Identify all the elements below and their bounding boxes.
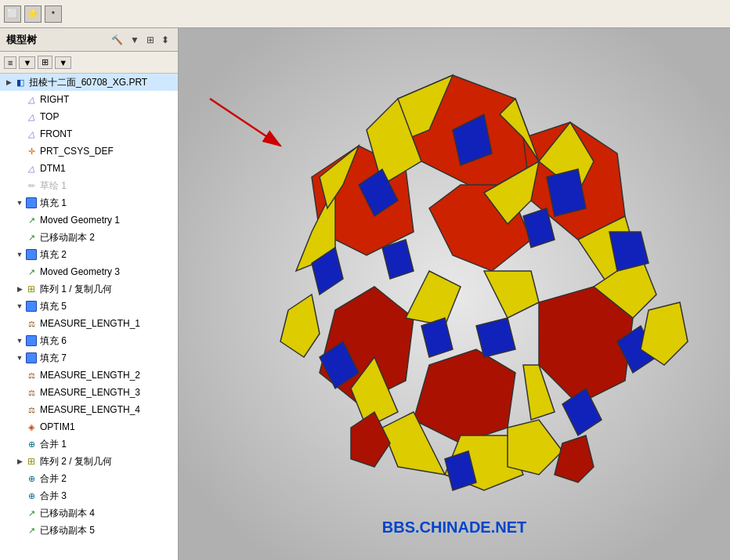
sidebar-tool-4[interactable]: ▼ xyxy=(55,56,71,69)
item-label-moved1: Moved Geometry 1 xyxy=(40,215,120,226)
tree-item-sketch1[interactable]: ✏ 草绘 1 xyxy=(0,177,178,194)
item-icon-merge2: ⊕ xyxy=(25,472,38,485)
tree-item-moved4[interactable]: ↗ 已移动副本 4 xyxy=(0,504,178,522)
tree-item-merge3[interactable]: ⊕ 合并 3 xyxy=(0,487,178,504)
item-label-measure2: MEASURE_LENGTH_2 xyxy=(40,370,140,381)
tree-item-csys[interactable]: ✛ PRT_CSYS_DEF xyxy=(0,143,178,160)
tree-item-moved5[interactable]: ↗ 已移动副本 5 xyxy=(0,522,178,539)
expand-icon-moved5 xyxy=(14,525,25,536)
tree-item-optim1[interactable]: ◈ OPTIM1 xyxy=(0,418,178,435)
item-icon-fill6 xyxy=(25,334,38,347)
tree-item-top[interactable]: △ TOP xyxy=(0,108,178,125)
item-label-fill7: 填充 7 xyxy=(40,352,67,365)
tree-item-measure1[interactable]: ⚖ MEASURE_LENGTH_1 xyxy=(0,315,178,332)
tree-item-moved1[interactable]: ↗ Moved Geometry 1 xyxy=(0,211,178,229)
tree-item-moved2[interactable]: ↗ 已移动副本 2 xyxy=(0,229,178,246)
item-label-top: TOP xyxy=(40,111,59,122)
item-label-moved5: 已移动副本 5 xyxy=(40,524,95,537)
svg-marker-25 xyxy=(547,169,586,216)
expand-icon-measure2 xyxy=(14,370,25,381)
expand-icon-optim1 xyxy=(14,421,25,432)
item-icon-top: △ xyxy=(25,110,38,123)
toolbar-icon-1[interactable]: ⬜ xyxy=(4,5,21,23)
sidebar: 模型树 🔨 ▼ ⊞ ⬍ ≡ ▼ ⊞ ▼ ▶ ◧ 扭棱十二面_60708_XG.P… xyxy=(0,28,179,560)
header-icon-hammer[interactable]: 🔨 xyxy=(109,34,125,46)
expand-icon-merge2 xyxy=(14,473,25,484)
item-icon-moved1: ↗ xyxy=(25,214,38,226)
item-icon-array1: ⊞ xyxy=(25,283,38,295)
toolbar-icon-3[interactable]: * xyxy=(45,5,62,23)
sidebar-tool-2[interactable]: ▼ xyxy=(19,56,35,69)
header-icon-grid[interactable]: ⊞ xyxy=(144,34,157,46)
tree-item-measure4[interactable]: ⚖ MEASURE_LENGTH_4 xyxy=(0,401,178,418)
tree-item-merge1[interactable]: ⊕ 合并 1 xyxy=(0,435,178,453)
item-label-array1: 阵列 1 / 复制几何 xyxy=(40,283,112,296)
viewport-svg xyxy=(179,28,730,560)
item-label-right: RIGHT xyxy=(40,94,69,105)
expand-icon-measure3 xyxy=(14,387,25,398)
header-icon-scroll[interactable]: ⬍ xyxy=(159,34,172,46)
tree-item-fill6[interactable]: ▼ 填充 6 xyxy=(0,332,178,349)
sidebar-tool-3[interactable]: ⊞ xyxy=(38,56,52,69)
expand-icon-sketch1 xyxy=(14,180,25,191)
item-label-measure4: MEASURE_LENGTH_4 xyxy=(40,404,140,415)
sidebar-tool-1[interactable]: ≡ xyxy=(4,56,16,69)
expand-icon-moved2 xyxy=(14,232,25,243)
expand-icon-root: ▶ xyxy=(3,77,14,88)
item-label-merge3: 合并 3 xyxy=(40,490,67,503)
sidebar-title: 模型树 xyxy=(6,33,37,47)
tree-item-measure2[interactable]: ⚖ MEASURE_LENGTH_2 xyxy=(0,367,178,384)
item-icon-right: △ xyxy=(25,93,38,106)
tree-item-fill1[interactable]: ▼ 填充 1 xyxy=(0,194,178,211)
expand-icon-moved3 xyxy=(14,266,25,277)
expand-icon-measure1 xyxy=(14,318,25,329)
expand-icon-moved1 xyxy=(14,215,25,226)
header-icon-down[interactable]: ▼ xyxy=(128,34,142,46)
item-label-fill6: 填充 6 xyxy=(40,334,67,348)
toolbar-icon-2[interactable]: ⭐ xyxy=(24,5,42,23)
tree-item-measure3[interactable]: ⚖ MEASURE_LENGTH_3 xyxy=(0,384,178,401)
expand-icon-dtm1 xyxy=(14,163,25,174)
item-icon-fill5 xyxy=(25,300,38,313)
tree-item-merge2[interactable]: ⊕ 合并 2 xyxy=(0,470,178,487)
tree-item-front[interactable]: △ FRONT xyxy=(0,125,178,143)
item-label-moved3: Moved Geometry 3 xyxy=(40,266,120,277)
item-icon-moved2: ↗ xyxy=(25,231,38,244)
item-label-merge1: 合并 1 xyxy=(40,438,67,451)
tree-item-right[interactable]: △ RIGHT xyxy=(0,91,178,108)
item-icon-moved3: ↗ xyxy=(25,266,38,278)
tree-item-root[interactable]: ▶ ◧ 扭棱十二面_60708_XG.PRT xyxy=(0,74,178,91)
tree-item-fill7[interactable]: ▼ 填充 7 xyxy=(0,349,178,367)
item-icon-root: ◧ xyxy=(14,76,27,89)
tree-item-fill5[interactable]: ▼ 填充 5 xyxy=(0,298,178,315)
expand-icon-fill1: ▼ xyxy=(14,197,25,208)
svg-marker-33 xyxy=(476,318,515,357)
item-label-measure3: MEASURE_LENGTH_3 xyxy=(40,387,140,398)
tree-item-fill2[interactable]: ▼ 填充 2 xyxy=(0,246,178,263)
expand-icon-fill6: ▼ xyxy=(14,335,25,346)
main-area: 模型树 🔨 ▼ ⊞ ⬍ ≡ ▼ ⊞ ▼ ▶ ◧ 扭棱十二面_60708_XG.P… xyxy=(0,28,730,560)
item-icon-csys: ✛ xyxy=(25,145,38,157)
item-label-csys: PRT_CSYS_DEF xyxy=(40,146,114,157)
item-label-fill2: 填充 2 xyxy=(40,248,67,262)
expand-icon-fill2: ▼ xyxy=(14,249,25,260)
viewport[interactable]: BBS.CHINADE.NET xyxy=(179,28,730,560)
tree-item-array2[interactable]: ▶ ⊞ 阵列 2 / 复制几何 xyxy=(0,453,178,470)
item-icon-moved5: ↗ xyxy=(25,524,38,537)
expand-icon-array2: ▶ xyxy=(14,456,25,467)
item-icon-merge1: ⊕ xyxy=(25,438,38,450)
item-icon-optim1: ◈ xyxy=(25,421,38,433)
sidebar-header: 模型树 🔨 ▼ ⊞ ⬍ xyxy=(0,28,178,52)
sidebar-tree[interactable]: ▶ ◧ 扭棱十二面_60708_XG.PRT △ RIGHT △ TOP △ F… xyxy=(0,74,178,560)
expand-icon-fill5: ▼ xyxy=(14,301,25,312)
item-icon-front: △ xyxy=(25,128,38,140)
tree-item-moved3[interactable]: ↗ Moved Geometry 3 xyxy=(0,263,178,280)
tree-item-dtm1[interactable]: △ DTM1 xyxy=(0,160,178,177)
item-icon-sketch1: ✏ xyxy=(25,179,38,192)
item-icon-merge3: ⊕ xyxy=(25,490,38,502)
sidebar-header-icons: 🔨 ▼ ⊞ ⬍ xyxy=(109,34,172,46)
expand-icon-moved4 xyxy=(14,508,25,518)
item-icon-dtm1: △ xyxy=(25,162,38,175)
tree-item-array1[interactable]: ▶ ⊞ 阵列 1 / 复制几何 xyxy=(0,280,178,298)
item-icon-measure2: ⚖ xyxy=(25,369,38,381)
